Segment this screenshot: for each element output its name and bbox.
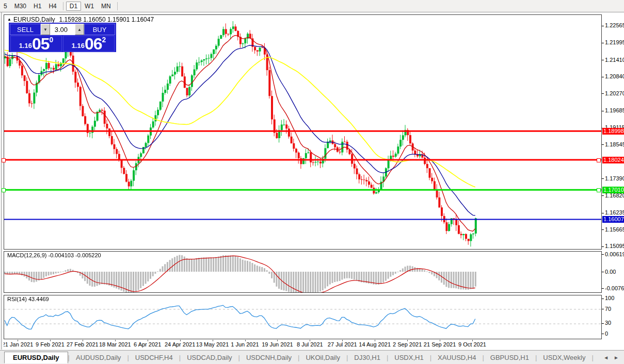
volume-increase-button[interactable]: ▲ xyxy=(75,24,84,35)
tabs-scroll-left-icon[interactable]: ◄ xyxy=(603,355,609,360)
date-axis-label: 1 Jun 2021 xyxy=(231,341,259,348)
date-axis-label: 18 Mar 2021 xyxy=(99,341,131,348)
date-axis-label: 6 Apr 2021 xyxy=(134,341,161,348)
rsi-axis-label: 30 xyxy=(605,320,611,326)
macd-axis-label: 0.006193 xyxy=(605,252,624,257)
tab-separator: | xyxy=(591,354,593,361)
date-axis-label: 27 Feb 2021 xyxy=(67,341,99,348)
price-axis-tick xyxy=(602,93,604,94)
toolbar-separator xyxy=(117,2,118,10)
date-axis-label: 19 Jun 2021 xyxy=(262,341,293,348)
rsi-axis-label: 100 xyxy=(605,295,614,301)
level-price-badge: 1.18998 xyxy=(602,128,624,135)
price-axis-label: 1.18545 xyxy=(605,142,624,147)
volume-input[interactable]: 3.00 xyxy=(50,24,75,35)
buy-price-base: 1.16 xyxy=(72,42,85,49)
tab-usdcnh-daily[interactable]: USDCNH,Daily xyxy=(240,352,298,363)
timeframe-button-5[interactable]: 5 xyxy=(0,2,11,11)
price-axis-label: 1.20840 xyxy=(605,74,624,79)
sell-price-point: 0 xyxy=(50,36,54,43)
date-axis-label: 24 Apr 2021 xyxy=(165,341,195,348)
tab-audusd-daily[interactable]: AUDUSD,Daily xyxy=(70,352,127,363)
macd-axis-tick xyxy=(602,288,604,289)
chart-ohlc-values: 1.15928 1.16050 1.15901 1.16047 xyxy=(59,16,154,23)
rsi-axis-tick xyxy=(602,323,604,324)
tab-usdcad-daily[interactable]: USDCAD,Daily xyxy=(181,352,238,363)
macd-signal-value: -0.005220 xyxy=(75,252,101,258)
price-axis-label: 1.19685 xyxy=(605,108,624,113)
buy-button[interactable]: BUY xyxy=(84,24,115,35)
price-axis-tick xyxy=(602,213,604,213)
one-click-trade-panel: SELL ▼ 3.00 ▲ BUY 1.16 05 0 1.16 06 2 xyxy=(9,23,116,52)
timeframe-button-mn[interactable]: MN xyxy=(98,2,115,11)
rsi-value: 43.4469 xyxy=(28,296,49,302)
level-line-handle[interactable] xyxy=(2,188,6,192)
level-line-handle[interactable] xyxy=(597,188,601,192)
sell-price-base: 1.16 xyxy=(19,42,32,49)
tab-eurusd-daily[interactable]: EURUSD,Daily xyxy=(4,352,68,363)
date-axis-label: 14 Aug 2021 xyxy=(359,341,391,348)
price-axis-label: 1.21410 xyxy=(605,57,624,63)
rsi-axis-label: 70 xyxy=(605,306,611,312)
tab-usdchf-h4[interactable]: USDCHF,H4 xyxy=(129,352,179,363)
level-price-badge: 1.16007 xyxy=(602,216,624,223)
rsi-axis-tick xyxy=(602,334,604,334)
macd-axis-label: -0.007622 xyxy=(605,286,624,291)
timeframe-button-h1[interactable]: H1 xyxy=(30,2,45,11)
volume-decrease-button[interactable]: ▼ xyxy=(41,24,50,35)
date-axis-label: 21 Jan 2021 xyxy=(4,341,33,348)
tab-usdx-weekly[interactable]: USDX,Weekly xyxy=(537,352,591,363)
chart-title: ▲EURUSD,Daily1.15928 1.16050 1.15901 1.1… xyxy=(7,16,154,23)
sell-price[interactable]: 1.16 05 0 xyxy=(10,36,62,52)
macd-axis-tick xyxy=(602,254,604,255)
tabs-scroll-right-icon[interactable]: ► xyxy=(614,355,619,360)
macd-axis-tick xyxy=(602,272,604,272)
symbol-tab-bar: EURUSD,Daily|AUDUSD,Daily|USDCHF,H4|USDC… xyxy=(0,350,624,364)
rsi-pane[interactable] xyxy=(4,295,602,339)
buy-price-pips: 06 xyxy=(85,37,102,51)
macd-label: MACD(12,26,9) -0.004103 -0.005220 xyxy=(7,252,101,258)
rsi-label: RSI(14) 43.4469 xyxy=(7,296,49,302)
date-axis-label: 9 Feb 2021 xyxy=(36,341,65,348)
timeframe-button-m30[interactable]: M30 xyxy=(11,2,30,11)
tab-gbpusd-h1[interactable]: GBPUSD,H1 xyxy=(484,352,535,363)
date-axis-label: 27 Jul 2021 xyxy=(328,341,357,348)
tab-dj30-h1[interactable]: DJ30,H1 xyxy=(348,352,387,363)
date-axis-label: 2 Sep 2021 xyxy=(393,341,422,348)
level-line-handle[interactable] xyxy=(597,158,601,162)
timeframe-button-d1[interactable]: D1 xyxy=(66,2,81,11)
price-axis-label: 1.22565 xyxy=(605,23,624,28)
price-axis-label: 1.20270 xyxy=(605,91,624,96)
price-axis-label: 1.16820 xyxy=(605,193,624,198)
tab-ukoil-daily[interactable]: UKOil,Daily xyxy=(299,352,346,363)
level-price-badge: 1.18024 xyxy=(602,157,624,163)
sell-button[interactable]: SELL xyxy=(10,24,41,35)
trading-terminal: 5M30H1H4D1W1MN ▲EURUSD,Daily1.15928 1.16… xyxy=(0,0,624,364)
price-axis-tick xyxy=(602,144,604,145)
tab-usdx-h1[interactable]: USDX,H1 xyxy=(388,352,429,363)
buy-price-point: 2 xyxy=(102,36,106,43)
price-axis-label: 1.17390 xyxy=(605,176,624,181)
macd-axis-label: 0.00 xyxy=(605,269,616,275)
rsi-canvas[interactable] xyxy=(4,295,601,339)
price-axis-tick xyxy=(602,77,604,77)
timeframe-toolbar: 5M30H1H4D1W1MN xyxy=(0,0,624,12)
level-line-handle[interactable] xyxy=(2,158,6,162)
timeframe-button-h4[interactable]: H4 xyxy=(45,2,60,11)
timeframe-button-w1[interactable]: W1 xyxy=(81,2,98,11)
price-axis-label: 1.21995 xyxy=(605,40,624,45)
rsi-axis-tick xyxy=(602,309,604,309)
buy-price[interactable]: 1.16 06 2 xyxy=(63,36,115,52)
date-axis-label: 21 Sep 2021 xyxy=(424,341,456,348)
macd-main-value: -0.004103 xyxy=(48,252,74,258)
chart-symbol-label: EURUSD,Daily xyxy=(13,16,55,23)
sell-price-pips: 05 xyxy=(32,37,50,51)
level-price-badge: 1.17010 xyxy=(602,187,624,193)
date-axis-label: 8 Jul 2021 xyxy=(297,341,323,348)
tab-xauusd-h4[interactable]: XAUUSD,H4 xyxy=(431,352,482,363)
toolbar-separator xyxy=(63,2,63,10)
price-axis-label: 1.15095 xyxy=(605,243,624,249)
date-axis-label: 9 Oct 2021 xyxy=(458,341,486,348)
price-axis-tick xyxy=(602,60,604,60)
collapse-arrow-icon[interactable]: ▲ xyxy=(7,17,11,22)
